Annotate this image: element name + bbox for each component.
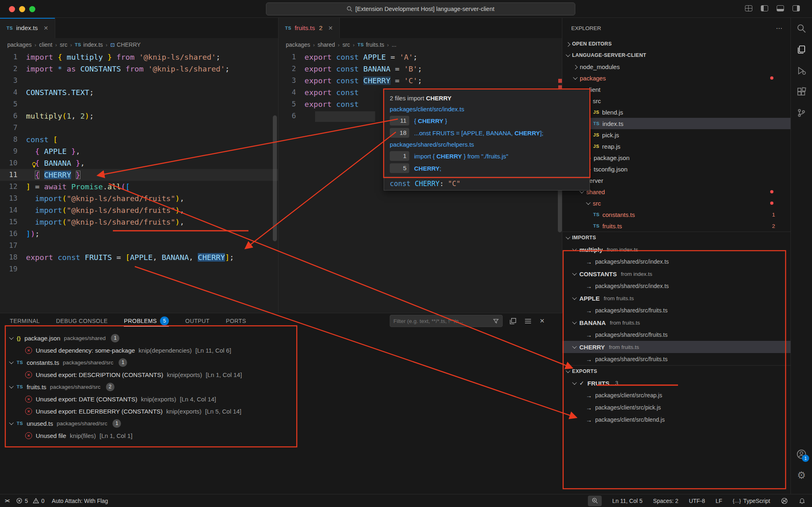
- code-line[interactable]: 18export const FRUITS = [APPLE, BANANA, …: [0, 251, 278, 263]
- file-tree-item-reap-js[interactable]: JSreap.js: [562, 141, 790, 152]
- file-tree-item-server[interactable]: server: [562, 175, 790, 186]
- toggle-primary-sidebar-icon[interactable]: [761, 5, 768, 11]
- problem-row[interactable]: ✕Unused export: DATE (CONSTANTS)knip(exp…: [0, 393, 562, 405]
- exports-target[interactable]: →packages/client/src/blend.js: [562, 414, 790, 426]
- language-mode[interactable]: {…} TypeScript: [733, 498, 770, 504]
- breadcrumb-item[interactable]: ...: [392, 41, 397, 48]
- exports-item-fruits[interactable]: ✓FRUITS3: [562, 377, 790, 389]
- exports-target[interactable]: →packages/client/src/reap.js: [562, 389, 790, 401]
- account-icon[interactable]: 1: [791, 444, 812, 465]
- more-actions-icon[interactable]: ⋯: [776, 24, 783, 32]
- notifications-bell-icon[interactable]: [799, 497, 806, 504]
- imports-item-cherry[interactable]: CHERRYfrom fruits.ts: [562, 341, 790, 353]
- command-center-search[interactable]: [Extension Development Host] language-se…: [266, 2, 575, 15]
- code-line[interactable]: 3: [0, 75, 278, 87]
- tooltip-reference-row[interactable]: 18...onst FRUITS = [APPLE, BANANA, CHERR…: [390, 127, 584, 139]
- tab-fruits-ts[interactable]: TS fruits.ts 2 ✕: [279, 18, 340, 38]
- file-tree-item-blend-js[interactable]: JSblend.js: [562, 106, 790, 118]
- code-line[interactable]: 16]);: [0, 228, 278, 240]
- zoom-status-icon[interactable]: [588, 496, 602, 506]
- tab-index-ts[interactable]: TS index.ts ✕: [0, 18, 55, 38]
- customize-layout-icon[interactable]: [745, 5, 752, 11]
- file-tree-item-src[interactable]: src: [562, 197, 790, 209]
- code-line[interactable]: 5: [0, 98, 278, 110]
- close-icon[interactable]: ✕: [328, 25, 333, 31]
- open-in-editor-icon[interactable]: [510, 318, 516, 325]
- indentation-status[interactable]: Spaces: 2: [653, 498, 678, 504]
- breadcrumb[interactable]: packages›client›src›TSindex.ts›⊡CHERRY: [0, 38, 278, 51]
- breadcrumb-item[interactable]: src: [342, 41, 350, 48]
- breadcrumb-item[interactable]: src: [60, 41, 67, 48]
- imports-target[interactable]: →packages/shared/src/index.ts: [562, 280, 790, 292]
- breadcrumb[interactable]: packages›shared›src›TSfruits.ts›...: [279, 38, 562, 51]
- code-line[interactable]: 17: [0, 240, 278, 251]
- file-tree-item-client[interactable]: client: [562, 84, 790, 95]
- problem-row[interactable]: ✕Unused dependency: some-packageknip(dep…: [0, 344, 562, 356]
- search-icon[interactable]: [791, 18, 812, 39]
- code-line[interactable]: 3export const CHERRY = 'C';: [279, 75, 562, 87]
- cursor-position[interactable]: Ln 11, Col 5: [612, 498, 642, 504]
- run-debug-icon[interactable]: [791, 60, 812, 81]
- panel-tab-output[interactable]: OUTPUT: [185, 313, 209, 329]
- code-line[interactable]: 4CONSTANTS.TEXT;: [0, 87, 278, 98]
- eol-status[interactable]: LF: [716, 498, 722, 504]
- extensions-icon[interactable]: [791, 81, 812, 102]
- breadcrumb-item[interactable]: shared: [317, 41, 335, 48]
- gear-icon[interactable]: ⚙: [791, 465, 812, 486]
- exports-section-header[interactable]: EXPORTS: [562, 366, 790, 377]
- code-line[interactable]: 11 { CHERRY }: [0, 169, 278, 181]
- file-tree-item-index-ts[interactable]: TSindex.ts: [562, 118, 790, 129]
- toggle-panel-icon[interactable]: [777, 5, 784, 11]
- tooltip-reference-row[interactable]: 11{ CHERRY }: [390, 115, 584, 127]
- breadcrumb-item[interactable]: ⊡CHERRY: [110, 41, 141, 48]
- maximize-window-icon[interactable]: [29, 6, 35, 12]
- panel-tab-terminal[interactable]: TERMINAL: [10, 313, 40, 329]
- tooltip-reference-row[interactable]: 1import { CHERRY } from "./fruits.js": [390, 150, 584, 162]
- open-editors-section[interactable]: OPEN EDITORS: [562, 38, 790, 50]
- copilot-disabled-icon[interactable]: [781, 497, 788, 505]
- panel-tab-problems[interactable]: PROBLEMS5: [124, 313, 169, 329]
- imports-target[interactable]: →packages/shared/src/fruits.ts: [562, 304, 790, 316]
- imports-item-constants[interactable]: CONSTANTSfrom index.ts: [562, 268, 790, 280]
- file-tree-item-fruits-ts[interactable]: TSfruits.ts2: [562, 220, 790, 232]
- imports-target[interactable]: →packages/shared/src/fruits.ts: [562, 353, 790, 365]
- imports-target[interactable]: →packages/shared/src/fruits.ts: [562, 329, 790, 341]
- imports-section-header[interactable]: IMPORTS: [562, 232, 790, 243]
- view-as-table-icon[interactable]: [525, 318, 531, 325]
- code-line[interactable]: 15 import("@knip-ls/shared/fruits"),: [0, 216, 278, 228]
- code-line[interactable]: 2import * as CONSTANTS from '@knip-ls/sh…: [0, 63, 278, 75]
- auto-attach-status[interactable]: Auto Attach: With Flag: [52, 498, 108, 504]
- code-line[interactable]: 1import { multiply } from '@knip-ls/shar…: [0, 51, 278, 63]
- code-line[interactable]: 12] = await Promise.all([: [0, 181, 278, 193]
- remote-indicator-icon[interactable]: ><: [5, 498, 9, 504]
- problem-row[interactable]: ✕Unused export: DESCRIPTION (CONSTANTS)k…: [0, 368, 562, 381]
- imports-item-apple[interactable]: APPLEfrom fruits.ts: [562, 292, 790, 304]
- tooltip-file-link[interactable]: packages/client/src/index.ts: [390, 104, 584, 115]
- breadcrumb-item[interactable]: client: [39, 41, 52, 48]
- toggle-secondary-sidebar-icon[interactable]: [793, 5, 800, 11]
- problems-filter[interactable]: [390, 315, 503, 327]
- panel-tab-debug-console[interactable]: DEBUG CONSOLE: [56, 313, 108, 329]
- code-line[interactable]: 19: [0, 263, 278, 275]
- close-panel-icon[interactable]: ✕: [540, 317, 545, 325]
- close-icon[interactable]: ✕: [43, 25, 48, 31]
- breadcrumb-item[interactable]: packages: [286, 41, 310, 48]
- file-tree-item-tsconfig-json[interactable]: {}tsconfig.json: [562, 163, 790, 175]
- file-tree-item-packages[interactable]: packages: [562, 72, 790, 84]
- file-tree-item-package-json[interactable]: {}package.json: [562, 152, 790, 163]
- file-tree-item-src[interactable]: src: [562, 95, 790, 106]
- code-line[interactable]: 8const [: [0, 134, 278, 145]
- imports-target[interactable]: →packages/shared/src/index.ts: [562, 256, 790, 268]
- problem-file-group[interactable]: {}package.jsonpackages/shared1: [0, 332, 562, 344]
- code-line[interactable]: 13 import("@knip-ls/shared/fruits"),: [0, 193, 278, 204]
- problem-row[interactable]: ✕Unused fileknip(files)[Ln 1, Col 1]: [0, 429, 562, 442]
- code-editor-index-ts[interactable]: 1import { multiply } from '@knip-ls/shar…: [0, 51, 278, 275]
- scrollbar[interactable]: [273, 115, 277, 241]
- filter-input[interactable]: [393, 318, 493, 324]
- code-line[interactable]: 10 { BANANA },: [0, 157, 278, 169]
- imports-item-multiply[interactable]: multiplyfrom index.ts: [562, 243, 790, 256]
- explorer-icon[interactable]: [791, 39, 812, 60]
- breadcrumb-item[interactable]: TSfruits.ts: [357, 41, 384, 48]
- minimize-window-icon[interactable]: [19, 6, 25, 12]
- panel-tab-ports[interactable]: PORTS: [226, 313, 246, 329]
